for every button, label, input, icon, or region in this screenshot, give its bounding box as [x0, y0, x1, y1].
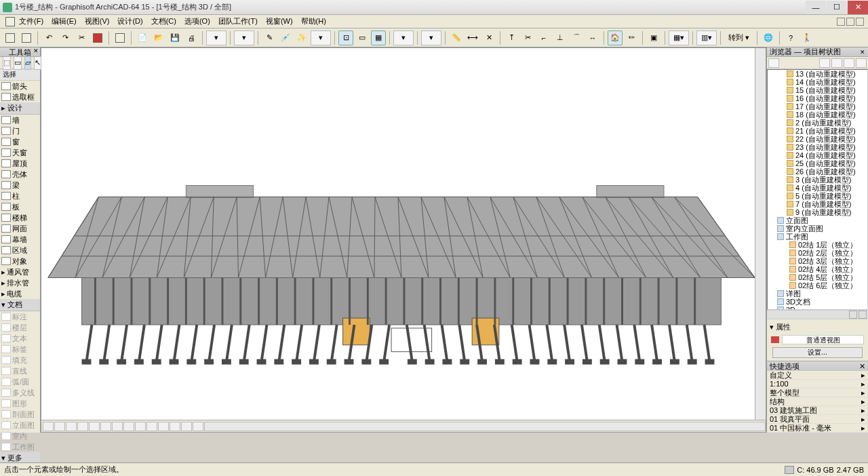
viewbtn-6-icon[interactable] — [100, 422, 111, 431]
nav-clone-icon[interactable] — [831, 58, 842, 68]
text-tool[interactable]: 文本 — [0, 333, 40, 344]
grid-dropdown[interactable]: ▾ — [393, 31, 414, 45]
arc-tool[interactable]: 弧/圆 — [0, 376, 40, 387]
tree-story-9[interactable]: 9 (自动重建模型) — [768, 208, 867, 216]
window-tool[interactable]: 窗 — [0, 136, 40, 147]
menu-view[interactable]: 视图(V) — [81, 15, 114, 28]
curtain-tool[interactable]: 幕墙 — [0, 234, 40, 245]
elevation-tool[interactable]: 立面图 — [0, 420, 40, 431]
snap-surface-icon[interactable]: ▦ — [371, 31, 386, 45]
nav-new-icon[interactable] — [819, 58, 830, 68]
marquee-tool[interactable]: 选取框 — [0, 92, 40, 102]
show3d-icon[interactable]: 🏠 — [608, 31, 623, 45]
render-dropdown[interactable]: ▦▾ — [669, 31, 689, 45]
object-tool[interactable]: 对象 — [0, 256, 40, 266]
new-file-icon[interactable]: 📄 — [135, 31, 150, 45]
viewbtn-1-icon[interactable] — [43, 422, 54, 431]
nav-mode-1-icon[interactable] — [768, 58, 779, 68]
label-tool[interactable]: 标签 — [0, 344, 40, 355]
viewbtn-13-icon[interactable] — [181, 422, 192, 431]
qo-std[interactable]: 01 中国标准 - 毫米▸ — [767, 424, 868, 433]
cut-icon[interactable]: ✂ — [74, 31, 89, 45]
filter-icon[interactable] — [113, 31, 127, 45]
menu-help[interactable]: 帮助(H) — [297, 15, 330, 28]
doc-section-header[interactable]: ▾ 文档 — [0, 299, 40, 311]
mdi-minimize-icon[interactable] — [837, 18, 845, 26]
help-icon[interactable]: ? — [783, 31, 798, 45]
mdi-restore-icon[interactable] — [846, 18, 854, 26]
marker-icon[interactable]: ✏ — [624, 31, 639, 45]
viewbtn-9-icon[interactable] — [135, 422, 146, 431]
cable-tool[interactable]: ▸电缆 — [0, 288, 40, 299]
cancel-icon[interactable]: ✕ — [481, 31, 496, 45]
wall-tool[interactable]: 墙 — [0, 115, 40, 125]
drain-tool[interactable]: ▸排水管 — [0, 277, 40, 288]
menu-window[interactable]: 视窗(W) — [262, 15, 297, 28]
geometry-method-1-icon[interactable]: ⬚ — [3, 56, 11, 70]
redo-icon[interactable]: ↷ — [58, 31, 73, 45]
nav-settings-icon[interactable] — [856, 58, 867, 68]
pen-dropdown[interactable]: ▾ — [234, 31, 254, 45]
tree-group-details[interactable]: 详图 — [768, 290, 867, 298]
print-icon[interactable]: 🖨 — [184, 31, 199, 45]
open-file-icon[interactable]: 📂 — [151, 31, 166, 45]
wand-dropdown[interactable]: ▾ — [311, 31, 331, 45]
suspend-icon[interactable]: ⤒ — [504, 31, 519, 45]
resize-icon[interactable]: ↔ — [585, 31, 600, 45]
horizontal-scrollbar[interactable] — [204, 422, 766, 431]
menu-icon[interactable] — [5, 17, 15, 26]
poly-tool[interactable]: 多义线 — [0, 387, 40, 398]
line-tool[interactable]: 直线 — [0, 365, 40, 376]
snap-edge-icon[interactable]: ▭ — [355, 31, 370, 45]
vertical-scrollbar[interactable] — [755, 48, 766, 420]
undo-icon[interactable]: ↶ — [41, 31, 56, 45]
layer-dropdown[interactable]: ▾ — [206, 31, 226, 45]
tree-ws-5[interactable]: 02结 6层（独立） — [768, 281, 867, 290]
nav-sep-btn2-icon[interactable] — [859, 311, 867, 319]
layout-dropdown[interactable]: ▥▾ — [696, 31, 717, 45]
close-button[interactable]: ✕ — [848, 1, 868, 14]
nav-sep-btn1-icon[interactable] — [849, 311, 857, 319]
stair-tool[interactable]: 楼梯 — [0, 212, 40, 223]
navigator-close-icon[interactable]: ✕ — [860, 49, 865, 56]
dim-icon[interactable]: ⟷ — [465, 31, 480, 45]
viewbtn-7-icon[interactable] — [112, 422, 123, 431]
adjust-icon[interactable]: ⌐ — [536, 31, 551, 45]
syringe-icon[interactable]: 💉 — [278, 31, 293, 45]
viewbtn-4-icon[interactable] — [77, 422, 88, 431]
dimension-tool[interactable]: 标注 — [0, 311, 40, 322]
viewbtn-5-icon[interactable] — [89, 422, 100, 431]
mdi-close-icon[interactable] — [856, 18, 864, 26]
zone-tool[interactable]: 区域 — [0, 245, 40, 256]
menu-team[interactable]: 团队工作(T) — [214, 15, 262, 28]
mesh-tool[interactable]: 网面 — [0, 223, 40, 234]
qo-custom[interactable]: 自定义▸ — [767, 371, 868, 380]
viewbtn-12-icon[interactable] — [170, 422, 180, 431]
arrow-tool[interactable]: 箭头 — [0, 81, 40, 92]
eyedrop-icon[interactable]: ✎ — [262, 31, 277, 45]
open-icon[interactable] — [19, 31, 34, 45]
trace-dropdown[interactable]: ▾ — [421, 31, 441, 45]
intersect-icon[interactable]: ⊥ — [553, 31, 568, 45]
menu-doc[interactable]: 文档(C) — [147, 15, 180, 28]
maximize-button[interactable]: ☐ — [827, 1, 847, 14]
skylight-tool[interactable]: 天窗 — [0, 147, 40, 158]
globe-icon[interactable]: 🌐 — [761, 31, 776, 45]
qo-close-icon[interactable]: ✕ — [859, 362, 865, 371]
vent-tool[interactable]: ▸通风管 — [0, 266, 40, 277]
geometry-method-2-icon[interactable]: ▭ — [14, 56, 22, 70]
door-tool[interactable]: 门 — [0, 125, 40, 136]
3d-viewport[interactable] — [41, 48, 755, 420]
viewbtn-10-icon[interactable] — [146, 422, 157, 431]
shell-tool[interactable]: 壳体 — [0, 169, 40, 180]
beam-tool[interactable]: 梁 — [0, 180, 40, 191]
magnet-icon[interactable] — [90, 31, 105, 45]
menu-design[interactable]: 设计(D) — [113, 15, 146, 28]
interior-tool[interactable]: 室内 — [0, 431, 40, 441]
level-tool[interactable]: 楼层 — [0, 322, 40, 333]
roof-tool[interactable]: 屋顶 — [0, 158, 40, 169]
save-icon[interactable]: 💾 — [167, 31, 182, 45]
drawing-tool[interactable]: 图形 — [0, 398, 40, 409]
navigator-tree[interactable]: 13 (自动重建模型)14 (自动重建模型)15 (自动重建模型)16 (自动重… — [767, 69, 868, 310]
properties-header[interactable]: ▾ 属性 — [768, 321, 867, 334]
